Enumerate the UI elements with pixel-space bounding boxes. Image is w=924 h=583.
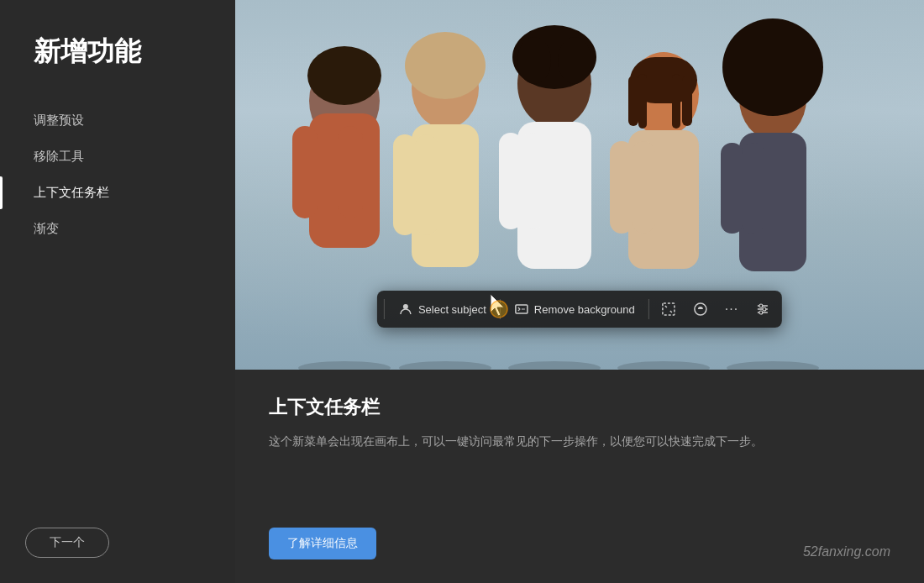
context-toolbar: Select subject Remove background [377,291,782,328]
sidebar-title: 新增功能 [0,34,235,71]
adjust-button[interactable] [685,297,717,322]
svg-rect-10 [415,134,438,235]
more-options-label: ··· [725,302,738,317]
svg-point-28 [722,18,823,116]
learn-more-button[interactable]: 了解详细信息 [269,528,376,559]
more-options-button[interactable]: ··· [717,297,747,322]
select-subject-icon [398,302,413,317]
sidebar-item-adjust-presets[interactable]: 调整预设 [0,104,235,137]
svg-point-32 [298,361,391,370]
svg-rect-5 [338,126,363,218]
svg-point-33 [399,361,491,370]
info-area: 上下文任务栏 这个新菜单会出现在画布上，可以一键访问最常见的下一步操作，以便您可… [235,370,924,583]
svg-rect-26 [632,141,655,234]
remove-background-label: Remove background [534,303,635,316]
svg-point-13 [517,37,551,84]
svg-point-47 [491,301,507,318]
select-subject-button[interactable]: Select subject [388,297,496,322]
settings-icon [755,302,770,317]
toolbar-right-divider1 [648,299,649,319]
svg-point-7 [405,32,486,99]
svg-rect-20 [628,76,638,126]
remove-background-button[interactable]: Remove background [504,297,645,322]
svg-point-36 [727,361,819,370]
sidebar-item-remove-tools[interactable]: 移除工具 [0,140,235,173]
svg-point-14 [558,37,591,84]
svg-point-37 [403,304,408,309]
sidebar-nav: 调整预设 移除工具 上下文任务栏 渐变 [0,104,235,245]
image-area: Select subject Remove background [235,0,924,370]
next-button[interactable]: 下一个 [25,528,109,558]
svg-rect-21 [638,74,647,129]
sidebar-bottom: 下一个 [0,528,235,558]
svg-rect-31 [742,143,764,234]
svg-rect-23 [682,76,692,126]
remove-bg-icon [514,302,529,317]
info-description: 这个新菜单会出现在画布上，可以一键访问最常见的下一步操作，以便您可以快速完成下一… [269,432,857,452]
svg-point-2 [307,46,381,105]
crop-icon [661,302,676,317]
svg-rect-25 [610,141,633,234]
crop-button[interactable] [653,297,685,322]
mouse-cursor [487,292,511,323]
svg-point-35 [617,361,710,370]
adjust-icon [693,302,708,317]
svg-rect-30 [721,143,743,234]
svg-point-44 [759,304,763,307]
svg-rect-39 [663,303,675,315]
svg-rect-9 [393,134,417,235]
toolbar-left-divider [384,299,385,319]
info-title: 上下文任务栏 [269,395,890,420]
svg-point-46 [759,311,763,314]
watermark: 52fanxing.com [803,544,890,559]
sidebar-item-context-taskbar[interactable]: 上下文任务栏 [0,176,235,209]
svg-rect-16 [499,133,522,229]
info-bottom: 了解详细信息 52fanxing.com [269,528,890,583]
svg-point-45 [763,307,766,311]
svg-point-34 [508,361,601,370]
select-subject-label: Select subject [418,303,486,316]
svg-rect-17 [521,133,544,229]
sidebar: 新增功能 调整预设 移除工具 上下文任务栏 渐变 下一个 [0,0,235,583]
svg-rect-22 [672,74,680,129]
svg-rect-4 [292,126,318,218]
main-content: Select subject Remove background [235,0,924,583]
sidebar-item-gradients[interactable]: 渐变 [0,213,235,245]
settings-button[interactable] [747,297,779,322]
